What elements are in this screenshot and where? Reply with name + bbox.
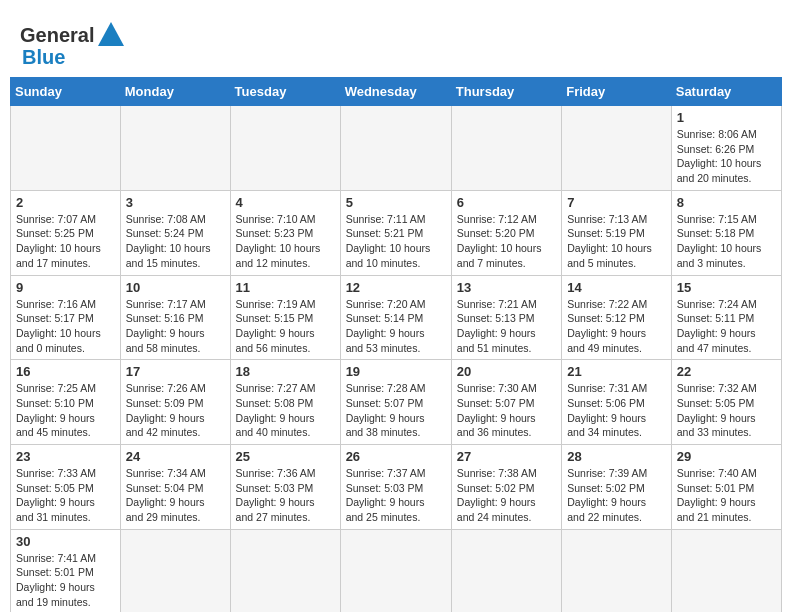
- calendar-cell: [11, 106, 121, 191]
- day-info: Sunrise: 7:11 AM Sunset: 5:21 PM Dayligh…: [346, 212, 446, 271]
- calendar-cell: 3Sunrise: 7:08 AM Sunset: 5:24 PM Daylig…: [120, 190, 230, 275]
- day-number: 27: [457, 449, 556, 464]
- calendar-cell: 23Sunrise: 7:33 AM Sunset: 5:05 PM Dayli…: [11, 445, 121, 530]
- calendar-cell: [340, 529, 451, 612]
- calendar-cell: 16Sunrise: 7:25 AM Sunset: 5:10 PM Dayli…: [11, 360, 121, 445]
- day-info: Sunrise: 7:12 AM Sunset: 5:20 PM Dayligh…: [457, 212, 556, 271]
- calendar-cell: 22Sunrise: 7:32 AM Sunset: 5:05 PM Dayli…: [671, 360, 781, 445]
- day-info: Sunrise: 7:10 AM Sunset: 5:23 PM Dayligh…: [236, 212, 335, 271]
- day-number: 6: [457, 195, 556, 210]
- day-info: Sunrise: 7:25 AM Sunset: 5:10 PM Dayligh…: [16, 381, 115, 440]
- calendar-cell: 15Sunrise: 7:24 AM Sunset: 5:11 PM Dayli…: [671, 275, 781, 360]
- calendar-week-row: 1Sunrise: 8:06 AM Sunset: 6:26 PM Daylig…: [11, 106, 782, 191]
- calendar-cell: 2Sunrise: 7:07 AM Sunset: 5:25 PM Daylig…: [11, 190, 121, 275]
- day-number: 5: [346, 195, 446, 210]
- day-number: 15: [677, 280, 776, 295]
- day-number: 4: [236, 195, 335, 210]
- calendar-cell: 8Sunrise: 7:15 AM Sunset: 5:18 PM Daylig…: [671, 190, 781, 275]
- logo-icon-svg: [96, 20, 126, 50]
- calendar-cell: [562, 529, 672, 612]
- calendar-cell: 21Sunrise: 7:31 AM Sunset: 5:06 PM Dayli…: [562, 360, 672, 445]
- day-number: 1: [677, 110, 776, 125]
- day-info: Sunrise: 7:40 AM Sunset: 5:01 PM Dayligh…: [677, 466, 776, 525]
- calendar-cell: 26Sunrise: 7:37 AM Sunset: 5:03 PM Dayli…: [340, 445, 451, 530]
- calendar-table: SundayMondayTuesdayWednesdayThursdayFrid…: [10, 77, 782, 612]
- calendar-cell: 4Sunrise: 7:10 AM Sunset: 5:23 PM Daylig…: [230, 190, 340, 275]
- calendar-cell: 13Sunrise: 7:21 AM Sunset: 5:13 PM Dayli…: [451, 275, 561, 360]
- calendar-week-row: 23Sunrise: 7:33 AM Sunset: 5:05 PM Dayli…: [11, 445, 782, 530]
- calendar-cell: 9Sunrise: 7:16 AM Sunset: 5:17 PM Daylig…: [11, 275, 121, 360]
- logo-text-general: General: [20, 24, 94, 47]
- day-number: 17: [126, 364, 225, 379]
- calendar-cell: 19Sunrise: 7:28 AM Sunset: 5:07 PM Dayli…: [340, 360, 451, 445]
- day-number: 8: [677, 195, 776, 210]
- calendar-cell: 18Sunrise: 7:27 AM Sunset: 5:08 PM Dayli…: [230, 360, 340, 445]
- column-header-saturday: Saturday: [671, 78, 781, 106]
- day-info: Sunrise: 7:07 AM Sunset: 5:25 PM Dayligh…: [16, 212, 115, 271]
- calendar-cell: 30Sunrise: 7:41 AM Sunset: 5:01 PM Dayli…: [11, 529, 121, 612]
- day-info: Sunrise: 7:17 AM Sunset: 5:16 PM Dayligh…: [126, 297, 225, 356]
- calendar-week-row: 2Sunrise: 7:07 AM Sunset: 5:25 PM Daylig…: [11, 190, 782, 275]
- day-number: 25: [236, 449, 335, 464]
- day-number: 7: [567, 195, 666, 210]
- day-info: Sunrise: 7:20 AM Sunset: 5:14 PM Dayligh…: [346, 297, 446, 356]
- day-info: Sunrise: 7:22 AM Sunset: 5:12 PM Dayligh…: [567, 297, 666, 356]
- day-number: 11: [236, 280, 335, 295]
- column-header-thursday: Thursday: [451, 78, 561, 106]
- day-number: 18: [236, 364, 335, 379]
- column-header-sunday: Sunday: [11, 78, 121, 106]
- day-info: Sunrise: 7:27 AM Sunset: 5:08 PM Dayligh…: [236, 381, 335, 440]
- calendar-cell: 6Sunrise: 7:12 AM Sunset: 5:20 PM Daylig…: [451, 190, 561, 275]
- calendar-cell: [451, 529, 561, 612]
- column-header-wednesday: Wednesday: [340, 78, 451, 106]
- day-number: 26: [346, 449, 446, 464]
- calendar-cell: 24Sunrise: 7:34 AM Sunset: 5:04 PM Dayli…: [120, 445, 230, 530]
- day-number: 21: [567, 364, 666, 379]
- calendar-cell: 17Sunrise: 7:26 AM Sunset: 5:09 PM Dayli…: [120, 360, 230, 445]
- column-header-friday: Friday: [562, 78, 672, 106]
- day-number: 10: [126, 280, 225, 295]
- calendar-week-row: 9Sunrise: 7:16 AM Sunset: 5:17 PM Daylig…: [11, 275, 782, 360]
- calendar-cell: [230, 106, 340, 191]
- calendar-cell: [562, 106, 672, 191]
- calendar-cell: 28Sunrise: 7:39 AM Sunset: 5:02 PM Dayli…: [562, 445, 672, 530]
- day-number: 12: [346, 280, 446, 295]
- day-number: 9: [16, 280, 115, 295]
- day-info: Sunrise: 7:37 AM Sunset: 5:03 PM Dayligh…: [346, 466, 446, 525]
- logo: General Blue: [20, 20, 126, 69]
- calendar-cell: 11Sunrise: 7:19 AM Sunset: 5:15 PM Dayli…: [230, 275, 340, 360]
- day-number: 13: [457, 280, 556, 295]
- day-number: 24: [126, 449, 225, 464]
- calendar-cell: 25Sunrise: 7:36 AM Sunset: 5:03 PM Dayli…: [230, 445, 340, 530]
- day-number: 22: [677, 364, 776, 379]
- day-info: Sunrise: 7:30 AM Sunset: 5:07 PM Dayligh…: [457, 381, 556, 440]
- day-info: Sunrise: 7:15 AM Sunset: 5:18 PM Dayligh…: [677, 212, 776, 271]
- day-info: Sunrise: 7:08 AM Sunset: 5:24 PM Dayligh…: [126, 212, 225, 271]
- calendar-cell: 12Sunrise: 7:20 AM Sunset: 5:14 PM Dayli…: [340, 275, 451, 360]
- day-info: Sunrise: 7:33 AM Sunset: 5:05 PM Dayligh…: [16, 466, 115, 525]
- day-info: Sunrise: 7:24 AM Sunset: 5:11 PM Dayligh…: [677, 297, 776, 356]
- day-number: 3: [126, 195, 225, 210]
- calendar-cell: 20Sunrise: 7:30 AM Sunset: 5:07 PM Dayli…: [451, 360, 561, 445]
- calendar-cell: 7Sunrise: 7:13 AM Sunset: 5:19 PM Daylig…: [562, 190, 672, 275]
- calendar-cell: 29Sunrise: 7:40 AM Sunset: 5:01 PM Dayli…: [671, 445, 781, 530]
- day-info: Sunrise: 7:34 AM Sunset: 5:04 PM Dayligh…: [126, 466, 225, 525]
- day-info: Sunrise: 7:19 AM Sunset: 5:15 PM Dayligh…: [236, 297, 335, 356]
- day-number: 19: [346, 364, 446, 379]
- column-header-tuesday: Tuesday: [230, 78, 340, 106]
- day-info: Sunrise: 7:26 AM Sunset: 5:09 PM Dayligh…: [126, 381, 225, 440]
- calendar-cell: [120, 529, 230, 612]
- day-info: Sunrise: 7:36 AM Sunset: 5:03 PM Dayligh…: [236, 466, 335, 525]
- day-info: Sunrise: 8:06 AM Sunset: 6:26 PM Dayligh…: [677, 127, 776, 186]
- calendar-header-row: SundayMondayTuesdayWednesdayThursdayFrid…: [11, 78, 782, 106]
- day-number: 16: [16, 364, 115, 379]
- page-header: General Blue: [10, 10, 782, 77]
- day-info: Sunrise: 7:21 AM Sunset: 5:13 PM Dayligh…: [457, 297, 556, 356]
- day-number: 14: [567, 280, 666, 295]
- day-number: 30: [16, 534, 115, 549]
- calendar-cell: 14Sunrise: 7:22 AM Sunset: 5:12 PM Dayli…: [562, 275, 672, 360]
- calendar-cell: 1Sunrise: 8:06 AM Sunset: 6:26 PM Daylig…: [671, 106, 781, 191]
- svg-marker-0: [98, 22, 124, 46]
- calendar-cell: [120, 106, 230, 191]
- day-info: Sunrise: 7:41 AM Sunset: 5:01 PM Dayligh…: [16, 551, 115, 610]
